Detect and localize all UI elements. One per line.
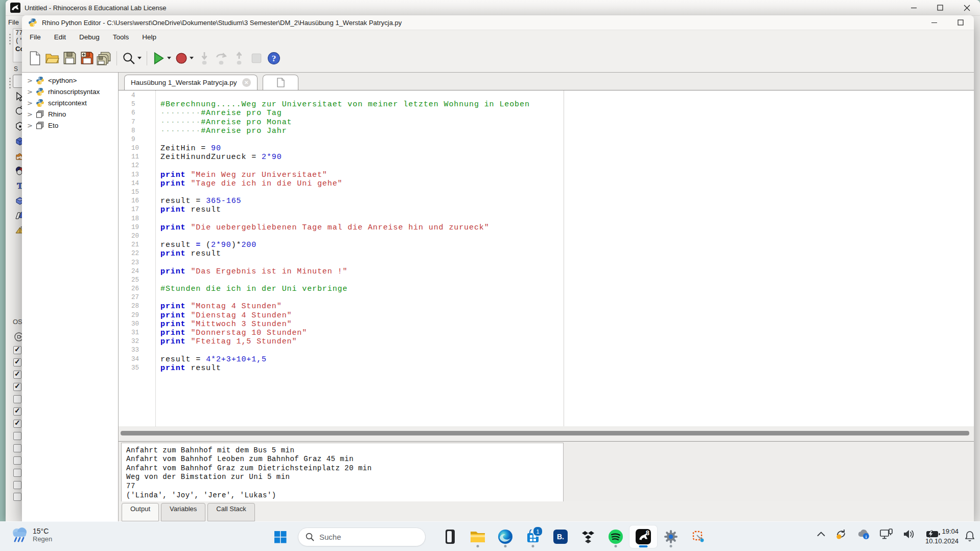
code-line[interactable]: ········#Anreise pro Monat <box>160 118 564 127</box>
chevron-right-icon[interactable]: > <box>27 99 32 107</box>
menu-file[interactable]: File <box>23 33 48 41</box>
menu-tools[interactable]: Tools <box>106 33 136 41</box>
code-line[interactable]: result = 365-165 <box>160 197 564 205</box>
code-line[interactable] <box>160 232 564 241</box>
code-line[interactable]: #Berechnung.....Weg zur Universitaet von… <box>160 100 564 109</box>
code-line[interactable]: print "Montag 4 Stunden" <box>160 302 564 311</box>
edge-browser-icon[interactable] <box>492 525 519 548</box>
code-line[interactable]: print "Donnerstag 10 Stunden" <box>160 329 564 337</box>
taskbar-search[interactable]: Suche <box>298 527 426 546</box>
tab-close-icon[interactable]: ✕ <box>242 78 251 87</box>
code-line[interactable]: #Stunden die ich in der Uni verbringe <box>160 285 564 293</box>
menu-help[interactable]: Help <box>135 33 163 41</box>
checkbox[interactable] <box>13 481 21 489</box>
output-console[interactable]: Anfahrt zum Bahnhof mit dem Bus 5 minAnf… <box>121 443 564 502</box>
code-line[interactable]: ZeitHinundZurueck = 2*90 <box>160 153 564 162</box>
tree-item-Rhino[interactable]: >Rhino <box>22 108 118 120</box>
panel-grip-handle[interactable] <box>8 78 12 88</box>
bottom-tab-call-stack[interactable]: Call Stack <box>207 503 255 521</box>
step-out-button[interactable] <box>230 50 248 67</box>
open-file-button[interactable] <box>43 50 61 67</box>
spotify-icon[interactable] <box>602 525 629 548</box>
checkbox[interactable] <box>13 456 21 465</box>
taskbar-weather-widget[interactable]: 15°C Regen <box>10 526 52 543</box>
checkbox[interactable] <box>13 432 21 440</box>
chevron-right-icon[interactable]: > <box>27 77 32 84</box>
scrollbar-thumb[interactable] <box>121 431 969 435</box>
chevron-right-icon[interactable]: > <box>27 122 32 129</box>
rhino-close-button[interactable] <box>953 0 980 15</box>
code-line[interactable] <box>160 293 564 302</box>
microsoft-store-icon[interactable]: 1 <box>519 525 547 548</box>
run-script-button[interactable] <box>151 50 173 67</box>
checkbox[interactable] <box>13 444 21 452</box>
tray-expand-icon[interactable] <box>817 532 825 537</box>
notifications-bell-icon[interactable] <box>965 531 975 542</box>
code-line[interactable]: print "Das Ergebnis ist in Minuten !" <box>160 267 564 276</box>
code-line[interactable] <box>160 162 564 170</box>
save-as-button[interactable] <box>78 50 96 67</box>
tree-item-rhinoscriptsyntax[interactable]: >rhinoscriptsyntax <box>22 86 118 97</box>
code-line[interactable]: print "Die uebergebliebenen Tage mal die… <box>160 223 564 232</box>
taskbar-clock[interactable]: 19:04 10.10.2024 <box>925 526 959 546</box>
code-line[interactable]: result = 4*2+3+10+1,5 <box>160 355 564 364</box>
stop-button[interactable] <box>248 50 265 67</box>
checkbox[interactable] <box>13 407 21 416</box>
chevron-right-icon[interactable]: > <box>27 110 32 118</box>
display-device-icon[interactable] <box>880 528 893 540</box>
phone-link-icon[interactable] <box>436 525 464 548</box>
checkbox[interactable] <box>13 420 21 428</box>
code-line[interactable]: print result <box>160 249 564 258</box>
code-line[interactable]: print result <box>160 364 564 373</box>
checkbox[interactable] <box>13 383 21 391</box>
code-line[interactable] <box>160 215 564 223</box>
tree-item-python[interactable]: ><python> <box>22 75 118 86</box>
dropbox-icon[interactable] <box>574 525 602 548</box>
onedrive-cloud-icon[interactable]: i <box>857 529 870 540</box>
rhino-minimize-button[interactable] <box>900 0 927 15</box>
code-line[interactable] <box>160 135 564 144</box>
settings-icon[interactable] <box>657 525 685 548</box>
dropdown-arrow-icon[interactable] <box>167 57 171 59</box>
code-line[interactable]: print result <box>160 205 564 214</box>
rhino-8-taskbar-icon[interactable]: 8 <box>629 525 657 548</box>
step-over-button[interactable] <box>213 50 230 67</box>
horizontal-scrollbar[interactable] <box>119 430 974 436</box>
dropdown-arrow-icon[interactable] <box>190 57 194 59</box>
checkbox[interactable] <box>13 493 21 501</box>
code-line[interactable]: ········#Anreise pro Tag <box>160 109 564 118</box>
debug-button[interactable] <box>173 50 196 67</box>
secondary-editor-pane[interactable] <box>564 90 974 426</box>
new-tab-button[interactable] <box>263 75 298 90</box>
code-line[interactable] <box>160 346 564 355</box>
chevron-right-icon[interactable]: > <box>27 88 32 96</box>
dropdown-arrow-icon[interactable] <box>137 57 142 59</box>
editor-minimize-button[interactable] <box>921 15 947 30</box>
code-editor[interactable]: 4567891011121314151617181920212223242526… <box>119 90 974 426</box>
bottom-tab-output[interactable]: Output <box>122 503 159 521</box>
checkbox[interactable] <box>13 395 21 403</box>
code-line[interactable]: print "Dienstag 4 Stunden" <box>160 311 564 320</box>
help-button[interactable]: ? <box>265 50 283 67</box>
start-button[interactable] <box>270 526 290 547</box>
step-into-button[interactable] <box>196 50 213 67</box>
checkbox[interactable] <box>13 346 21 354</box>
booking-app-icon[interactable]: B. <box>547 525 574 548</box>
rhino-toolbar-tab-label[interactable]: S <box>14 65 18 73</box>
file-explorer-icon[interactable] <box>464 525 492 548</box>
menu-edit[interactable]: Edit <box>48 33 73 41</box>
checkbox[interactable] <box>13 469 21 477</box>
menu-debug[interactable]: Debug <box>73 33 106 41</box>
code-lines[interactable]: #Berechnung.....Weg zur Universitaet von… <box>156 90 564 426</box>
tree-item-Eto[interactable]: >Eto <box>22 120 118 131</box>
save-all-button[interactable] <box>96 50 113 67</box>
code-line[interactable]: print "Mein Weg zur Universitaet" <box>160 171 564 179</box>
checkbox[interactable] <box>13 371 21 379</box>
search-button[interactable] <box>121 50 143 67</box>
rhino-menu-file[interactable]: File <box>8 18 19 26</box>
sync-icon[interactable] <box>835 528 847 540</box>
code-line[interactable] <box>160 259 564 267</box>
new-file-button[interactable] <box>26 50 43 67</box>
code-line[interactable]: print "Tage die ich in die Uni gehe" <box>160 179 564 188</box>
code-line[interactable]: ZeitHin = 90 <box>160 144 564 153</box>
